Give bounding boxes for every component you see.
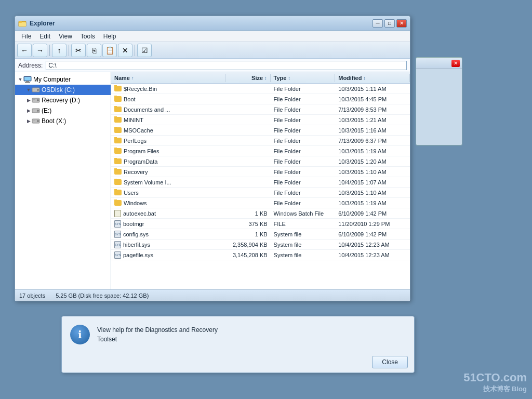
tree-item-e[interactable]: ▶ (E:): [15, 105, 111, 116]
dialog-icon: ℹ: [70, 325, 90, 344]
cell-size: [225, 192, 270, 193]
cell-name: System Volume I...: [111, 179, 225, 186]
watermark: 51CTO.com 技术博客 Blog: [463, 371, 527, 394]
folder-icon: [114, 200, 122, 206]
address-label: Address:: [18, 62, 43, 69]
svg-rect-15: [33, 110, 35, 110]
file-panel: Name ↑ Size ↕ Type ↕ Modified ↕: [111, 72, 410, 289]
expand-icon[interactable]: ▼: [17, 76, 23, 83]
sys-icon: SYS: [114, 220, 121, 228]
table-row[interactable]: Documents and ... File Folder 7/13/2009 …: [111, 104, 410, 115]
table-row[interactable]: MSOCache File Folder 10/3/2015 1:16 AM: [111, 125, 410, 136]
tree-item-recovery[interactable]: ▶ Recovery (D:): [15, 95, 111, 105]
dialog-close-button[interactable]: Close: [372, 356, 408, 368]
menu-help[interactable]: Help: [99, 32, 121, 41]
up-button[interactable]: ↑: [52, 44, 66, 57]
cell-type: File Folder: [271, 189, 336, 196]
table-row[interactable]: SYS hiberfil.sys 2,358,904 KB System fil…: [111, 240, 410, 250]
cell-type: System file: [271, 251, 336, 259]
copy-button[interactable]: ⎘: [87, 44, 101, 57]
col-header-modified[interactable]: Modified ↕: [335, 74, 410, 82]
cell-size: 1 KB: [225, 231, 270, 238]
table-row[interactable]: PerfLogs File Folder 7/13/2009 6:37 PM: [111, 136, 410, 146]
menu-file[interactable]: File: [17, 32, 35, 41]
folder-icon: [114, 107, 122, 112]
table-row[interactable]: $Recycle.Bin File Folder 10/3/2015 1:11 …: [111, 84, 410, 94]
table-row[interactable]: SYS bootmgr 375 KB FILE 11/20/2010 1:29 …: [111, 219, 410, 229]
table-row[interactable]: Program Files File Folder 10/3/2015 1:19…: [111, 146, 410, 156]
cell-modified: 10/4/2015 12:23 AM: [335, 241, 410, 248]
paste-button[interactable]: 📋: [102, 44, 117, 57]
minimize-button[interactable]: ─: [373, 19, 383, 28]
menu-view[interactable]: View: [55, 32, 76, 41]
back-button[interactable]: ←: [17, 44, 32, 57]
secondary-title-bar: ✕: [416, 58, 462, 69]
cell-modified: 10/3/2015 1:10 AM: [335, 168, 410, 176]
cell-size: [225, 182, 270, 183]
col-header-type[interactable]: Type ↕: [271, 74, 336, 82]
table-row[interactable]: Users File Folder 10/3/2015 1:10 AM: [111, 188, 410, 198]
tree-item-boot[interactable]: ▶ Boot (X:): [15, 116, 111, 126]
table-row[interactable]: System Volume I... File Folder 10/4/2015…: [111, 177, 410, 188]
cell-type: File Folder: [271, 200, 336, 207]
sort-mod-arrow: ↕: [363, 75, 366, 81]
cell-name: autoexec.bat: [111, 209, 225, 218]
cell-type: File Folder: [271, 96, 336, 103]
sort-arrow: ↑: [131, 75, 134, 81]
folder-icon: [114, 138, 122, 143]
table-row[interactable]: Windows File Folder 10/3/2015 1:19 AM: [111, 198, 410, 208]
table-row[interactable]: Boot File Folder 10/3/2015 4:45 PM: [111, 94, 410, 104]
expand-osdisk[interactable]: ▼: [25, 87, 32, 93]
table-row[interactable]: ProgramData File Folder 10/3/2015 1:20 A…: [111, 156, 410, 167]
cell-type: File Folder: [271, 127, 336, 134]
menu-edit[interactable]: Edit: [35, 32, 55, 41]
svg-point-14: [37, 110, 39, 112]
expand-e[interactable]: ▶: [25, 108, 32, 114]
forward-button[interactable]: →: [33, 44, 47, 57]
cell-size: 2,358,904 KB: [225, 241, 270, 248]
address-bar: Address:: [15, 59, 410, 72]
cell-type: File Folder: [271, 148, 336, 155]
svg-point-17: [37, 120, 39, 122]
table-row[interactable]: autoexec.bat 1 KB Windows Batch File 6/1…: [111, 208, 410, 219]
cell-name: PerfLogs: [111, 137, 225, 144]
cell-modified: 6/10/2009 1:42 PM: [335, 231, 410, 238]
cell-name: SYS hiberfil.sys: [111, 241, 225, 249]
cell-size: [225, 130, 270, 131]
osdisk-label: OSDisk (C:): [42, 86, 75, 94]
drive-d-icon: [32, 96, 40, 104]
delete-button[interactable]: ✕: [118, 44, 132, 57]
cell-name: Documents and ...: [111, 106, 225, 113]
folder-icon: [114, 148, 122, 154]
folder-icon: [114, 169, 122, 175]
col-header-size[interactable]: Size ↕: [225, 74, 270, 82]
expand-boot[interactable]: ▶: [25, 118, 32, 124]
cell-modified: 10/3/2015 1:19 AM: [335, 148, 410, 155]
cut-button[interactable]: ✂: [71, 44, 86, 57]
tree-panel: ▼ My Computer ▼: [15, 72, 111, 289]
menu-tools[interactable]: Tools: [76, 32, 99, 41]
table-row[interactable]: SYS pagefile.sys 3,145,208 KB System fil…: [111, 250, 410, 260]
toolbar-separator: [49, 45, 50, 56]
cell-type: File Folder: [271, 137, 336, 144]
secondary-close-button[interactable]: ✕: [451, 60, 460, 67]
cell-type: File Folder: [271, 85, 336, 92]
tree-root-label: My Computer: [33, 76, 71, 83]
cell-type: File Folder: [271, 106, 336, 113]
drive-icon: [32, 86, 40, 94]
table-row[interactable]: MININT File Folder 10/3/2015 1:21 AM: [111, 115, 410, 125]
tree-root-mycomputer[interactable]: ▼ My Computer: [15, 74, 111, 85]
expand-recovery[interactable]: ▶: [25, 97, 32, 103]
table-row[interactable]: Recovery File Folder 10/3/2015 1:10 AM: [111, 167, 410, 177]
cell-name: MSOCache: [111, 127, 225, 134]
close-window-button[interactable]: ✕: [396, 19, 407, 28]
address-input[interactable]: [46, 61, 407, 70]
maximize-button[interactable]: □: [384, 19, 395, 28]
properties-button[interactable]: ☑: [137, 44, 152, 57]
col-header-name[interactable]: Name ↑: [111, 74, 225, 82]
table-row[interactable]: SYS config.sys 1 KB System file 6/10/200…: [111, 229, 410, 240]
tree-item-osdisk[interactable]: ▼ OSDisk (C:): [15, 85, 111, 95]
sort-size-arrow: ↕: [264, 75, 267, 81]
cell-size: [225, 161, 270, 162]
cell-modified: 6/10/2009 1:42 PM: [335, 210, 410, 217]
